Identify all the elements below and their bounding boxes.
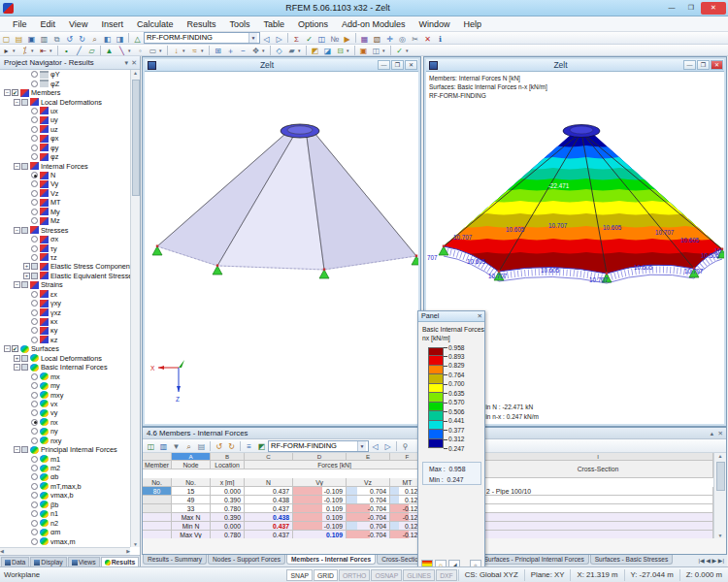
cell-node[interactable]: 49 bbox=[172, 496, 211, 504]
menu-options[interactable]: Options bbox=[291, 16, 335, 31]
column-letter-B[interactable]: B bbox=[211, 453, 245, 461]
dimension-icon[interactable]: ⇤ bbox=[37, 45, 50, 55]
chevron-down-icon[interactable]: ▼ bbox=[357, 441, 366, 451]
cell-node[interactable]: Max Vy bbox=[172, 531, 211, 538]
tree-expander-icon[interactable]: − bbox=[14, 281, 20, 288]
tree-groupbox[interactable] bbox=[31, 263, 38, 270]
tree-radio[interactable] bbox=[31, 382, 38, 389]
table-prev-icon[interactable]: ◁ bbox=[369, 440, 381, 451]
chevron-down-icon[interactable]: ▼ bbox=[248, 33, 257, 43]
tree-radio[interactable] bbox=[31, 456, 38, 463]
tree-item-nx[interactable]: nx bbox=[0, 418, 130, 427]
table-next-icon[interactable]: ▷ bbox=[381, 440, 394, 451]
tree-checkbox[interactable]: ✔ bbox=[12, 89, 18, 96]
tree-radio[interactable] bbox=[31, 473, 38, 480]
row-header[interactable] bbox=[143, 522, 172, 531]
load-case-combobox[interactable]: RF-FORM-FINDING▼ bbox=[144, 32, 260, 44]
cell-vy[interactable]: -0.109 bbox=[293, 496, 347, 504]
tree-item-m1[interactable]: m1 bbox=[0, 454, 130, 463]
column-letter-C[interactable]: C bbox=[245, 453, 293, 461]
tree-groupbox[interactable] bbox=[31, 273, 38, 279]
open-icon[interactable]: ▤ bbox=[13, 33, 25, 44]
redo-icon[interactable]: ↻ bbox=[76, 33, 88, 44]
table-export-icon[interactable]: ◫ bbox=[145, 440, 157, 451]
viewport-right-close-button[interactable]: ✕ bbox=[711, 60, 723, 70]
tree-item-z[interactable]: κz bbox=[0, 336, 130, 344]
viewport-right-restore-button[interactable]: ❐ bbox=[697, 60, 710, 70]
tree-expander-icon[interactable]: − bbox=[14, 364, 20, 371]
tree-item-x[interactable]: σx bbox=[0, 235, 130, 243]
status-workplane[interactable]: Plane: XY bbox=[524, 569, 571, 581]
column-letter-A[interactable]: A bbox=[172, 453, 211, 461]
viewport-left-titlebar[interactable]: Zelt — ❐ ✕ bbox=[145, 59, 418, 72]
tree-radio[interactable] bbox=[31, 428, 38, 435]
cell-cross-section[interactable] bbox=[483, 496, 713, 504]
tree-item-x[interactable]: κx bbox=[0, 317, 130, 326]
row-header[interactable] bbox=[143, 513, 172, 522]
tree-radio[interactable] bbox=[31, 327, 38, 334]
row-header[interactable] bbox=[143, 504, 172, 513]
menu-view[interactable]: View bbox=[62, 16, 94, 31]
tree-radio[interactable] bbox=[31, 318, 38, 325]
table-load-case-combobox[interactable]: RF-FORM-FINDING▼ bbox=[268, 440, 369, 452]
table-views-icon[interactable]: ▤ bbox=[195, 440, 208, 451]
navigator-horizontal-scrollbar[interactable]: ◀▶ bbox=[0, 547, 130, 555]
tree-item-y[interactable]: τy bbox=[0, 243, 130, 252]
tree-radio[interactable] bbox=[31, 217, 38, 224]
menu-table[interactable]: Table bbox=[256, 16, 291, 31]
tree-radio[interactable] bbox=[31, 300, 38, 307]
tree-radio[interactable] bbox=[31, 501, 38, 508]
tree-groupbox[interactable] bbox=[21, 364, 28, 371]
cell-location[interactable]: 0.390 bbox=[211, 513, 245, 522]
menu-tools[interactable]: Tools bbox=[222, 16, 256, 31]
table-search-icon[interactable]: ⌕ bbox=[182, 440, 195, 451]
table-tab-nodes-support-forces[interactable]: Nodes - Support Forces bbox=[208, 555, 285, 565]
new-icon[interactable]: ▢ bbox=[0, 33, 13, 44]
tree-radio[interactable] bbox=[31, 145, 38, 151]
line-icon[interactable]: ╱ bbox=[73, 45, 85, 55]
tree-radio[interactable] bbox=[31, 108, 38, 114]
cell-vz[interactable]: 0.704 bbox=[347, 496, 390, 504]
tree-item-xz[interactable]: γxz bbox=[0, 307, 130, 316]
table-tab-surfaces-basic-stresses[interactable]: Surfaces - Basic Stresses bbox=[590, 555, 674, 565]
tree-expander-icon[interactable]: − bbox=[4, 89, 11, 96]
table-nav-buttons[interactable]: |◀ ◀ ▶ ▶| bbox=[695, 555, 727, 566]
tree-radio[interactable] bbox=[31, 291, 38, 298]
tree-expander-icon[interactable]: − bbox=[14, 99, 20, 106]
table-tab-surfaces-principal-internal-forces[interactable]: Surfaces - Principal Internal Forces bbox=[480, 555, 589, 565]
tree-groupbox[interactable] bbox=[21, 446, 28, 453]
cell-n[interactable]: 0.437 bbox=[245, 504, 293, 513]
load-icon[interactable]: ↓ bbox=[170, 45, 182, 55]
tree-item-stresses[interactable]: −Stresses bbox=[0, 225, 130, 234]
table-rotate-left-icon[interactable]: ↺ bbox=[213, 440, 225, 451]
cell-location[interactable]: 0.780 bbox=[211, 531, 245, 538]
cell-location[interactable]: 0.780 bbox=[211, 504, 245, 513]
tree-radio[interactable] bbox=[31, 209, 38, 215]
menu-add-on-modules[interactable]: Add-on Modules bbox=[335, 16, 413, 31]
menu-window[interactable]: Window bbox=[413, 16, 457, 31]
calculate-icon[interactable]: Σ bbox=[290, 33, 303, 44]
margins-icon[interactable]: ⊟ bbox=[334, 45, 347, 55]
tree-item-vz[interactable]: Vz bbox=[0, 189, 130, 198]
guideline-icon[interactable]: ⁒ bbox=[18, 45, 31, 55]
status-toggle-osnap[interactable]: OSNAP bbox=[371, 569, 402, 581]
ok-icon[interactable]: ✓ bbox=[393, 45, 406, 55]
cell-n[interactable]: 0.437 bbox=[245, 531, 293, 538]
cell-vy[interactable]: 0.109 bbox=[293, 513, 347, 522]
cell-node[interactable]: Max N bbox=[172, 513, 211, 522]
row-header[interactable]: 80 bbox=[143, 487, 172, 496]
tree-item-x[interactable]: φx bbox=[0, 134, 130, 143]
tree-radio[interactable] bbox=[31, 199, 38, 206]
maximize-button[interactable]: ❐ bbox=[681, 2, 701, 15]
hinge-icon[interactable]: ◦ bbox=[134, 45, 147, 55]
support-icon[interactable]: ▲ bbox=[103, 45, 116, 55]
cell-cross-section[interactable] bbox=[483, 531, 713, 538]
animation-icon[interactable]: ▶ bbox=[341, 33, 353, 44]
visib-all-icon[interactable]: ▣ bbox=[357, 45, 370, 55]
table-rotate-right-icon[interactable]: ↻ bbox=[225, 440, 238, 451]
table-tab-results-summary[interactable]: Results - Summary bbox=[143, 555, 207, 565]
info-icon[interactable]: ℹ bbox=[434, 33, 447, 44]
tree-radio[interactable] bbox=[31, 180, 38, 187]
cell-location[interactable]: 0.000 bbox=[211, 487, 245, 496]
cell-n[interactable]: 0.437 bbox=[245, 522, 293, 531]
